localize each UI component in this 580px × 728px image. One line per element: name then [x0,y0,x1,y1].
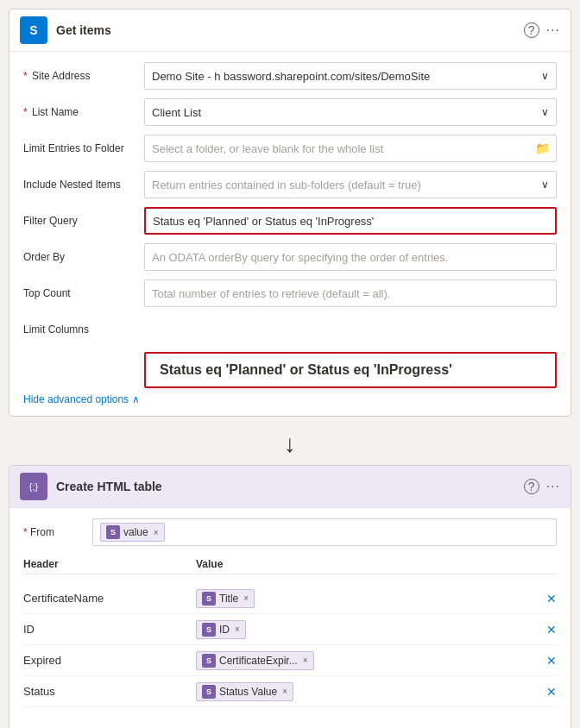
order-by-label: Order By [23,251,144,263]
header-col-label: Header [23,558,196,570]
list-name-dropdown[interactable]: Client List ∨ [144,98,557,126]
row-header-expired: Expired [23,654,196,667]
top-count-input[interactable]: Total number of entries to retrieve (def… [144,279,557,307]
title-tag-close[interactable]: × [243,593,249,603]
row-delete-icon-3[interactable]: ✕ [546,654,557,668]
empty-row [23,707,557,728]
status-value-tag[interactable]: S Status Value × [196,682,293,701]
sharepoint-icon: S [20,16,47,44]
table-row: Expired S CertificateExpir... × ✕ [23,645,557,676]
include-nested-chevron: ∨ [541,179,549,191]
top-count-control[interactable]: Total number of entries to retrieve (def… [144,279,557,307]
limit-folder-label: Limit Entries to Folder [23,142,144,154]
list-name-control[interactable]: Client List ∨ [144,98,557,126]
value-col-label: Value [196,558,557,570]
html-table-icon: {;} [20,473,47,500]
filter-query-input[interactable]: Status eq 'Planned' or Status eq 'InProg… [144,207,557,235]
row-delete-icon-1[interactable]: ✕ [546,592,557,606]
flow-connector: ↓ [9,424,571,465]
from-value-tag[interactable]: S value × [100,523,165,542]
order-by-row: Order By An ODATA orderBy query for spec… [23,243,557,271]
row-value-title: S Title × [196,589,539,608]
status-value-tag-close[interactable]: × [282,687,287,696]
get-items-header: S Get items ? ··· [9,9,571,52]
list-name-row: * List Name Client List ∨ [23,98,557,126]
site-address-row: * Site Address Demo Site - h bassword.sh… [23,62,557,90]
table-row: ID S ID × ✕ [23,614,557,645]
get-items-body: * Site Address Demo Site - h bassword.sh… [9,52,571,416]
include-nested-dropdown[interactable]: Return entries contained in sub-folders … [144,171,557,198]
top-count-label: Top Count [23,287,144,299]
row-delete-icon-2[interactable]: ✕ [546,623,557,637]
help-icon[interactable]: ? [524,22,539,38]
site-address-chevron: ∨ [541,70,549,82]
include-nested-value: Return entries contained in sub-folders … [152,179,538,191]
filter-query-tooltip: Status eq 'Planned' or Status eq 'InProg… [144,352,557,388]
table-column-headers: Header Value [23,555,557,574]
top-count-row: Top Count Total number of entries to ret… [23,279,557,307]
order-by-control[interactable]: An ODATA orderBy query for specifying th… [144,243,557,271]
row-value-certexpir: S CertificateExpir... × [196,651,539,670]
filter-query-value: Status eq 'Planned' or Status eq 'InProg… [153,215,374,228]
order-by-input[interactable]: An ODATA orderBy query for specifying th… [144,243,557,271]
certexpir-tag[interactable]: S CertificateExpir... × [196,651,314,670]
from-value-field[interactable]: S value × [92,518,557,546]
title-tag[interactable]: S Title × [196,589,255,608]
html-more-icon[interactable]: ··· [546,479,560,494]
site-address-label: * Site Address [23,70,144,82]
row-value-status: S Status Value × [196,682,539,701]
include-nested-row: Include Nested Items Return entries cont… [23,171,557,198]
chevron-up-icon: ∧ [132,393,140,405]
row-header-status: Status [23,685,196,698]
create-html-table-body: * From S value × Header Value Certificat… [9,508,571,728]
from-tag-icon: S [106,525,120,539]
row-header-certificatename: CertificateName [23,592,196,605]
get-items-card: S Get items ? ··· * Site Address Demo Si… [9,9,571,417]
from-row: * From S value × [23,518,557,546]
from-label: * From [23,526,92,538]
limit-folder-row: Limit Entries to Folder Select a folder,… [23,135,557,162]
table-row: Status S Status Value × ✕ [23,676,557,707]
limit-folder-input[interactable]: Select a folder, or leave blank for the … [144,135,557,162]
certexpir-tag-close[interactable]: × [303,656,308,665]
id-tag[interactable]: S ID × [196,620,246,639]
limit-folder-control[interactable]: Select a folder, or leave blank for the … [144,135,557,162]
filter-query-control[interactable]: Status eq 'Planned' or Status eq 'InProg… [144,207,557,235]
filter-query-label: Filter Query [23,215,144,227]
list-name-label: * List Name [23,106,144,118]
folder-icon: 📁 [535,141,550,155]
list-name-chevron: ∨ [541,106,549,118]
table-row: CertificateName S Title × ✕ [23,583,557,614]
hide-advanced-button[interactable]: Hide advanced options ∧ [23,393,557,405]
row-header-id: ID [23,623,196,636]
id-tag-close[interactable]: × [235,624,240,634]
row-delete-icon-4[interactable]: ✕ [546,685,557,699]
site-address-value: Demo Site - h bassword.sharepoint.com/si… [152,70,538,83]
more-options-icon[interactable]: ··· [546,22,560,38]
from-tag-label: value [123,526,148,538]
from-tag-close[interactable]: × [154,528,159,537]
html-card-actions: ? ··· [524,479,560,494]
list-name-value: Client List [152,106,538,119]
include-nested-label: Include Nested Items [23,179,144,191]
limit-columns-label: Limit Columns [23,323,144,336]
site-address-control[interactable]: Demo Site - h bassword.sharepoint.com/si… [144,62,557,90]
create-html-table-card: {;} Create HTML table ? ··· * From S val… [9,465,571,728]
table-rows-section: CertificateName S Title × ✕ ID [23,583,557,728]
html-help-icon[interactable]: ? [524,479,539,494]
site-address-dropdown[interactable]: Demo Site - h bassword.sharepoint.com/si… [144,62,557,90]
include-nested-control[interactable]: Return entries contained in sub-folders … [144,171,557,198]
filter-query-row: Filter Query Status eq 'Planned' or Stat… [23,207,557,235]
card-header-actions: ? ··· [524,22,560,38]
row-value-id: S ID × [196,620,539,639]
limit-columns-row: Limit Columns [23,316,557,343]
create-html-table-header: {;} Create HTML table ? ··· [9,466,571,508]
get-items-title: Get items [56,23,524,37]
create-html-table-title: Create HTML table [56,480,524,493]
